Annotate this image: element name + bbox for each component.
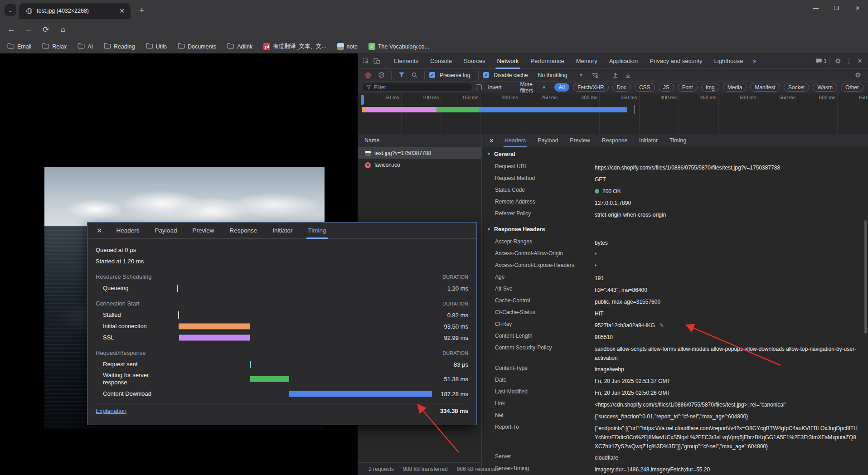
details-close-icon[interactable]: ✕	[489, 137, 494, 144]
throttling-dropdown[interactable]: No throttling ▼	[538, 72, 583, 78]
tab-sources[interactable]: Sources	[461, 53, 488, 69]
detail-tab-preview[interactable]: Preview	[567, 134, 592, 147]
globe-icon	[25, 7, 33, 15]
filter-chip-all[interactable]: All	[554, 83, 569, 92]
bookmark-item[interactable]: Documents	[178, 43, 216, 50]
new-tab-button[interactable]: +	[136, 5, 148, 16]
ruler-division: 300 ms	[560, 93, 600, 134]
timing-row-value: 92.99 ms	[444, 334, 468, 341]
bookmark-item[interactable]: Email	[7, 43, 31, 50]
request-row[interactable]: test.jpg?v=1750387788	[358, 147, 481, 159]
bookmark-item[interactable]: yd有道翻译_文本、文...	[263, 43, 326, 50]
tab-performance[interactable]: Performance	[528, 53, 567, 69]
filter-chip-img[interactable]: Img	[701, 83, 719, 92]
folder-icon	[42, 43, 49, 50]
total-duration: 334.38 ms	[440, 407, 468, 414]
header-row: Content-Typeimage/webp	[482, 363, 868, 374]
issues-button[interactable]: 1	[815, 58, 827, 64]
clear-network-log-icon[interactable]	[376, 70, 387, 81]
edit-pencil-icon[interactable]: ✎	[659, 322, 664, 329]
filter-toggle-icon[interactable]	[396, 70, 407, 81]
explanation-link[interactable]: Explanation	[96, 407, 126, 414]
filter-chip-doc[interactable]: Doc	[612, 83, 631, 92]
detail-tab-timing[interactable]: Timing	[306, 223, 328, 239]
devtools-close-icon[interactable]: ✕	[854, 56, 865, 67]
home-icon[interactable]: ⌂	[57, 24, 69, 35]
more-tabs-icon[interactable]: »	[752, 53, 757, 69]
more-filters-dropdown[interactable]: More filters ▼	[520, 81, 546, 94]
requests-table-header[interactable]: Name	[358, 134, 481, 147]
filter-chip-other[interactable]: Other	[841, 83, 863, 92]
filter-chip-font[interactable]: Font	[678, 83, 698, 92]
tab-network[interactable]: Network	[495, 53, 522, 69]
filter-chip-wasm[interactable]: Wasm	[813, 83, 837, 92]
detail-tab-payload[interactable]: Payload	[153, 223, 179, 239]
header-row: Cache-Controlpublic, max-age=31557600	[482, 295, 868, 307]
network-conditions-icon[interactable]	[589, 70, 600, 81]
devtools-settings-gear-icon[interactable]: ⚙	[833, 56, 844, 67]
tab-privacy-and-security[interactable]: Privacy and security	[647, 53, 705, 69]
filter-input-box[interactable]	[362, 83, 472, 92]
filter-chip-js[interactable]: JS	[659, 83, 674, 92]
tab-close-icon[interactable]: ✕	[118, 7, 126, 15]
filter-chip-css[interactable]: CSS	[635, 83, 655, 92]
device-toolbar-icon[interactable]	[371, 56, 382, 67]
bookmark-item[interactable]: Adlink	[227, 43, 252, 50]
network-overview[interactable]: 50 ms100 ms150 ms200 ms250 ms300 ms350 m…	[358, 93, 868, 134]
header-name: Status Code	[495, 184, 595, 193]
bookmark-item[interactable]: ✓The Vocabulary.co...	[369, 43, 429, 50]
filter-chip-media[interactable]: Media	[723, 83, 747, 92]
tab-search-button[interactable]: ⌄	[5, 4, 16, 16]
tab-console[interactable]: Console	[427, 53, 455, 69]
filter-chip-fetch-xhr[interactable]: Fetch/XHR	[573, 83, 609, 92]
bookmark-item[interactable]: note	[337, 43, 358, 50]
filter-chip-manifest[interactable]: Manifest	[750, 83, 780, 92]
devtools-menu-kebab-icon[interactable]: ⋮	[844, 56, 854, 67]
import-har-icon[interactable]	[610, 70, 621, 81]
close-window-button[interactable]: ✕	[847, 0, 868, 16]
reload-icon[interactable]: ⟳	[40, 24, 52, 35]
export-har-icon[interactable]	[622, 70, 633, 81]
general-section-header[interactable]: ▼ General	[482, 147, 868, 161]
search-icon[interactable]	[409, 70, 420, 81]
detail-tab-headers[interactable]: Headers	[502, 134, 528, 147]
bookmark-item[interactable]: AI	[78, 43, 93, 50]
minimize-button[interactable]: —	[805, 0, 826, 16]
detail-tab-initiator[interactable]: Initiator	[637, 134, 660, 147]
bookmark-item[interactable]: Utils	[146, 43, 167, 50]
network-settings-gear-icon[interactable]: ⚙	[853, 70, 863, 81]
tab-application[interactable]: Application	[606, 53, 641, 69]
bookmark-label: Adlink	[237, 44, 252, 50]
record-network-log-button[interactable]	[365, 73, 371, 78]
detail-tab-payload[interactable]: Payload	[535, 134, 560, 147]
detail-tab-headers[interactable]: Headers	[115, 223, 141, 239]
tab-lighthouse[interactable]: Lighthouse	[712, 53, 746, 69]
disable-cache-checkbox[interactable]: ✓	[483, 72, 489, 78]
maximize-button[interactable]: ❒	[826, 0, 847, 16]
back-icon[interactable]: ←	[5, 24, 17, 35]
detail-tab-initiator[interactable]: Initiator	[271, 223, 294, 239]
response-headers-section-title: Response Headers	[494, 226, 545, 233]
filter-input[interactable]	[374, 84, 468, 91]
detail-tab-timing[interactable]: Timing	[667, 134, 689, 147]
bookmark-item[interactable]: Relax	[42, 43, 67, 50]
popup-close-icon[interactable]: ✕	[97, 227, 102, 235]
request-row[interactable]: ✕favicon.ico	[358, 159, 481, 171]
filter-chip-socket[interactable]: Socket	[784, 83, 810, 92]
detail-tab-response[interactable]: Response	[228, 223, 259, 239]
invert-checkbox[interactable]	[476, 84, 482, 90]
browser-tab[interactable]: test.jpg (4032×2268) ✕	[19, 3, 131, 19]
detail-tab-preview[interactable]: Preview	[190, 223, 216, 239]
preserve-log-checkbox[interactable]: ✓	[429, 72, 435, 78]
bookmark-item[interactable]: Reading	[104, 43, 135, 50]
response-headers-section-header[interactable]: ▼ Response Headers	[482, 223, 868, 236]
header-value: {"endpoints":[{"url":"https:\/\/a.nel.cl…	[595, 422, 868, 451]
detail-tab-response[interactable]: Response	[600, 134, 630, 147]
inspect-element-icon[interactable]	[360, 56, 371, 67]
overview-selection-marker[interactable]	[361, 95, 364, 105]
tab-memory[interactable]: Memory	[573, 53, 600, 69]
scrollbar-thumb[interactable]	[864, 220, 867, 334]
header-row: Request MethodGET	[482, 173, 868, 184]
forward-icon[interactable]: →	[23, 24, 34, 35]
tab-elements[interactable]: Elements	[391, 53, 421, 69]
